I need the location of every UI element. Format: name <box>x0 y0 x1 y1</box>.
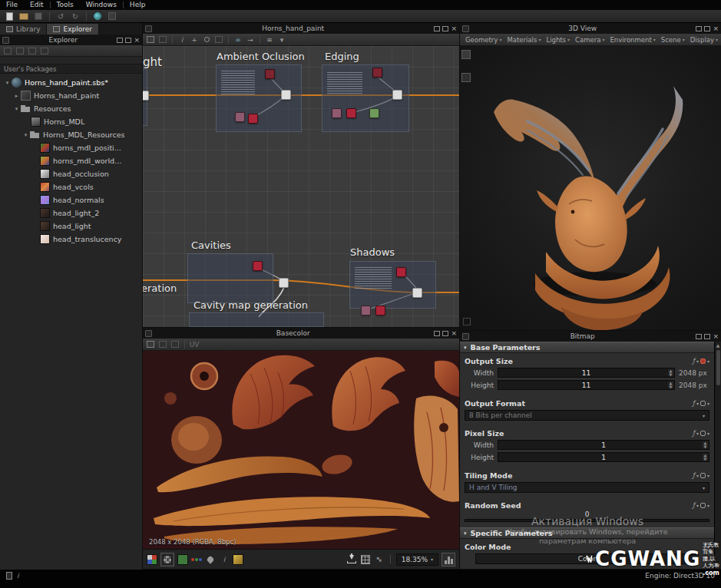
tree-item-bitmap[interactable]: head_vcols <box>0 180 142 193</box>
tree-item-bitmap[interactable]: horns_mdl_positi... <box>0 141 142 154</box>
tab-library[interactable]: Library <box>0 24 47 35</box>
fit-view-icon[interactable]: ↔ <box>372 552 386 567</box>
menu-materials[interactable]: Materials▾ <box>504 36 543 44</box>
graph-node[interactable] <box>346 108 356 118</box>
function-icon[interactable]: ƒ <box>693 357 695 365</box>
explorer-link-icon[interactable] <box>27 46 38 56</box>
graph-node[interactable] <box>248 114 258 124</box>
scrollbar-thumb[interactable] <box>716 350 720 385</box>
view3d-viewport[interactable] <box>460 46 721 330</box>
output-width-slider[interactable]: 11 ▲▼ <box>498 368 675 378</box>
alpha-checker-icon[interactable] <box>160 553 174 567</box>
maximize-icon[interactable] <box>704 334 710 339</box>
graph-info-icon[interactable]: i <box>177 35 187 45</box>
menu-scene[interactable]: Scene▾ <box>659 36 687 44</box>
tree-item-mdl-resources[interactable]: ▾ Horns_MDL_Resources <box>0 128 142 141</box>
tree-item-graph[interactable]: ▸ Horns_hand_paint <box>0 89 142 102</box>
relative-link-icon[interactable] <box>700 473 706 478</box>
tree-item-bitmap[interactable]: head_light <box>0 220 142 233</box>
panel-pin-icon[interactable] <box>2 37 9 44</box>
function-icon[interactable]: ƒ <box>693 471 695 479</box>
menu-file[interactable]: File <box>0 0 24 10</box>
close-icon[interactable]: × <box>713 333 719 339</box>
tree-item-mdl[interactable]: Horns_MDL <box>0 115 142 128</box>
undock-icon[interactable] <box>696 26 702 31</box>
menu-geometry[interactable]: Geometry▾ <box>463 36 504 44</box>
toolbar-extra-icon[interactable] <box>106 11 118 21</box>
panel-pin-icon[interactable] <box>462 25 469 32</box>
relative-link-icon[interactable] <box>700 431 706 436</box>
maximize-icon[interactable] <box>704 26 710 31</box>
undock-icon[interactable] <box>117 38 123 43</box>
graph-canvas[interactable]: ght Ambient Oclusion Edging Cavities Sha… <box>143 46 459 327</box>
graph-node[interactable] <box>253 261 263 271</box>
open-file-icon[interactable] <box>18 11 30 21</box>
expander-down-icon[interactable]: ▾ <box>3 80 12 86</box>
graph-node[interactable] <box>332 108 342 118</box>
save-icon[interactable] <box>32 11 45 21</box>
uv-toggle[interactable]: UV <box>189 339 200 349</box>
panel-pin-icon[interactable] <box>462 333 469 340</box>
close-icon[interactable]: × <box>713 25 719 31</box>
menu-camera[interactable]: Camera▾ <box>573 36 607 44</box>
tree-item-bitmap[interactable]: head_normals <box>0 193 142 206</box>
menu-edit[interactable]: Edit <box>24 0 49 10</box>
view2d-tiling-icon[interactable] <box>157 339 168 349</box>
explorer-new-icon[interactable] <box>2 46 13 56</box>
expander-down-icon[interactable]: ▾ <box>21 132 30 138</box>
menu-help[interactable]: Help <box>124 0 152 10</box>
link-resources-icon[interactable] <box>91 11 104 21</box>
graph-options-icon[interactable]: ≡ <box>264 35 275 45</box>
console-page-icon[interactable] <box>6 572 12 580</box>
info-icon[interactable]: i <box>17 572 19 580</box>
undock-icon[interactable] <box>696 334 702 339</box>
color-mode-select[interactable]: Color ▾ <box>475 553 699 564</box>
output-format-select[interactable]: 8 Bits per channel ▾ <box>465 410 709 421</box>
menu-environment[interactable]: Environment▾ <box>607 36 657 44</box>
graph-node[interactable] <box>392 90 402 100</box>
graph-link-mode-icon[interactable]: ∞ <box>233 35 243 45</box>
view2d-grid-icon[interactable] <box>145 339 156 349</box>
function-icon[interactable]: ƒ <box>693 429 695 437</box>
channels-rgba-icon[interactable] <box>147 554 157 565</box>
pixel-width-slider[interactable]: 1 ▲▼ <box>498 440 709 450</box>
tab-explorer[interactable]: Explorer <box>47 24 98 35</box>
info-icon[interactable]: i <box>219 554 230 564</box>
graph-node[interactable] <box>265 69 275 79</box>
stepper-arrows[interactable]: ▲▼ <box>668 382 673 388</box>
zoom-select[interactable]: 18.35% ▾ <box>396 553 438 566</box>
menu-lights[interactable]: Lights▾ <box>544 36 572 44</box>
section-base-parameters[interactable]: ▾ Base Parameters <box>460 342 714 353</box>
undock-icon[interactable] <box>434 331 440 336</box>
menu-windows[interactable]: Windows <box>80 0 123 10</box>
graph-dropdown-icon[interactable]: ▾ <box>276 35 287 45</box>
section-specific-parameters[interactable]: ▾ Specific Parameters <box>460 527 714 539</box>
function-icon[interactable]: ƒ <box>693 501 695 509</box>
graph-grid-icon[interactable] <box>145 35 156 45</box>
graph-node[interactable] <box>361 306 371 315</box>
export-icon[interactable] <box>346 554 357 564</box>
expander-down-icon[interactable]: ▾ <box>12 106 21 112</box>
rgb-dots-icon[interactable] <box>191 554 202 565</box>
relative-link-icon[interactable] <box>700 358 706 364</box>
scroll-up-icon[interactable]: ▲ <box>716 342 720 349</box>
scroll-down-icon[interactable]: ▼ <box>716 562 720 569</box>
stepper-arrows[interactable]: ▲▼ <box>668 369 673 376</box>
properties-scrollbar[interactable]: ▲ ▼ <box>714 342 721 569</box>
maximize-icon[interactable] <box>442 26 448 31</box>
panel-pin-icon[interactable] <box>145 330 152 337</box>
graph-frame-cavity-map[interactable] <box>189 312 324 327</box>
graph-node[interactable] <box>375 306 385 315</box>
maximize-icon[interactable] <box>442 331 448 336</box>
undock-icon[interactable] <box>434 26 440 31</box>
graph-node[interactable] <box>396 267 406 277</box>
menu-tools[interactable]: Tools <box>51 0 80 10</box>
new-file-icon[interactable] <box>3 11 15 21</box>
tree-item-bitmap[interactable]: head_translucency <box>0 233 142 246</box>
tree-item-bitmap[interactable]: head_light_2 <box>0 206 142 220</box>
expander-right-icon[interactable]: ▸ <box>12 93 21 99</box>
maximize-icon[interactable] <box>125 38 131 43</box>
close-icon[interactable]: × <box>451 330 457 336</box>
graph-node[interactable] <box>372 68 382 78</box>
graph-filter-icon[interactable] <box>157 35 168 45</box>
